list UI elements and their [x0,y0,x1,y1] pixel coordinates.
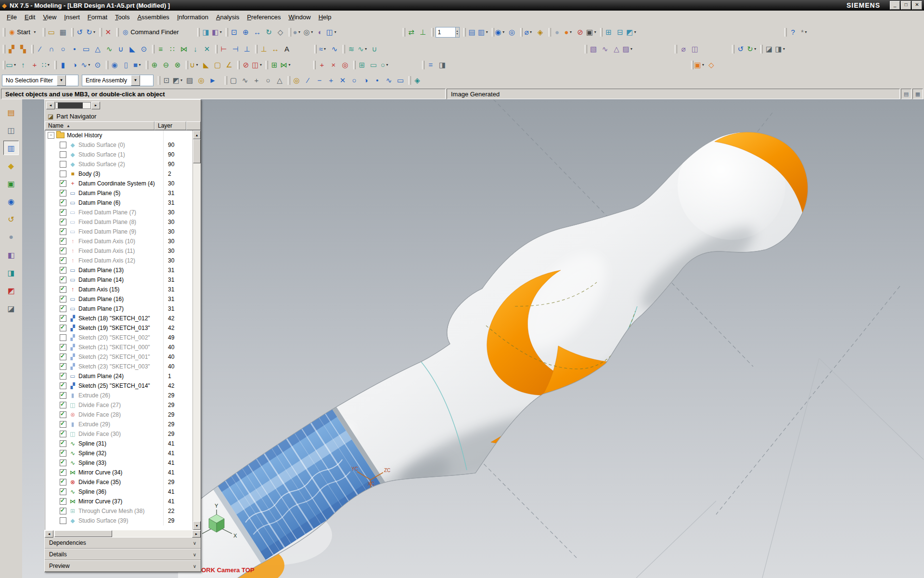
tree-item[interactable]: ◫Divide Face (27)29 [45,400,193,410]
pan-icon[interactable]: ↔ [252,26,263,38]
offset-curve-icon[interactable]: ≡ [155,43,167,55]
unite-icon[interactable]: ⊕ [149,59,160,71]
zoom-icon[interactable]: ⊕ [240,26,252,38]
update-display-icon[interactable]: ↻▾ [746,43,758,55]
scroll-right-icon[interactable]: ► [192,530,201,538]
layer-visible-icon[interactable]: ▤ [466,26,478,38]
arc-icon[interactable]: ∩ [46,43,57,55]
pad-icon[interactable]: ■▾ [132,59,143,71]
visibility-checkbox[interactable] [60,276,66,283]
section-details[interactable]: Details∨ [45,549,201,560]
chamfer-curve-icon[interactable]: ◣ [127,43,138,55]
tree-item[interactable]: ▭Datum Plane (5)31 [45,188,193,198]
pick-filter-icon[interactable]: ◎ [195,75,207,86]
shell-icon[interactable]: ▢ [212,59,223,71]
slider-left-icon[interactable]: ◄ [46,102,55,109]
chevron-down-icon[interactable]: ▼ [131,75,140,86]
curvature-graph-icon[interactable]: ∿ [599,43,611,55]
visibility-checkbox[interactable] [60,488,66,495]
menu-item-information[interactable]: Information [173,12,212,22]
edge-blend-icon[interactable]: ∪▾ [189,59,200,71]
datum-axis-tool-icon[interactable]: ↑ [17,59,29,71]
wcs-display-icon[interactable]: ◎ [339,59,351,71]
screenshot-icon[interactable]: ◨ [200,26,212,38]
reflection-analysis-icon[interactable]: ▧ [588,43,599,55]
menu-item-format[interactable]: Format [84,12,111,22]
wcs-orient-icon[interactable]: × [328,59,339,71]
assembly-constraints-icon[interactable]: ⊥ [417,26,429,38]
render-ball-icon[interactable]: ●▾ [563,26,575,38]
visibility-checkbox[interactable] [60,411,66,418]
deviation-gauge-icon[interactable]: ⌀ [678,43,689,55]
tree-item[interactable]: ⊗Divide Face (35)29 [45,477,193,487]
polygon-select-icon[interactable]: △ [274,75,285,86]
menu-item-window[interactable]: Window [284,12,314,22]
circle-icon[interactable]: ○ [57,43,69,55]
snap-settings-icon[interactable]: ◈ [411,75,423,86]
tree-item[interactable]: ▭Datum Plane (6)31 [45,198,193,208]
intersection-point-icon[interactable]: ✕ [337,75,348,86]
studio-spline-icon[interactable]: ∿ [103,43,115,55]
selection-scope-dropdown[interactable]: Entire Assembly ▼ [82,75,154,86]
line-icon[interactable]: ∕ [34,43,46,55]
visibility-checkbox[interactable] [60,228,66,235]
web-browser-icon[interactable]: ◉ [3,194,19,209]
horizontal-scrollbar[interactable]: ◄ ► [45,530,201,537]
tree-item[interactable]: ▞Sketch (22) "SKETCH_001"40 [45,352,193,362]
part-navigator-icon[interactable]: ▥ [3,141,19,155]
expander-icon[interactable]: − [48,132,54,139]
lasso-select-icon[interactable]: ∿ [239,75,251,86]
fit-view-icon[interactable]: ⊡ [229,26,240,38]
ellipse-icon[interactable]: ⊙ [138,43,150,55]
tree-item[interactable]: ■Body (3)2 [45,169,193,179]
visibility-checkbox[interactable] [60,209,66,216]
dimensions-icon[interactable]: ↔ [270,43,281,55]
section-view-icon[interactable]: ◫▾ [326,26,338,38]
visual-effects-icon[interactable]: ◨▾ [775,43,786,55]
redo-icon[interactable]: ↻▾ [86,26,97,38]
tree-item[interactable]: ▭Fixed Datum Plane (8)30 [45,217,193,227]
tree-item[interactable]: ▭Fixed Datum Plane (9)30 [45,227,193,236]
system-scenes-icon[interactable]: ◪ [3,301,19,315]
save-icon[interactable]: ▦ [57,26,69,38]
status-tile-icon[interactable]: ▤ [901,89,911,99]
visibility-checkbox[interactable] [60,460,66,466]
polygon-icon[interactable]: △ [92,43,103,55]
task-environment-sketch-icon[interactable]: ▞ [6,43,17,55]
assembly-navigator-icon[interactable]: ▤ [3,105,19,119]
visibility-checkbox[interactable] [60,248,66,254]
visibility-checkbox[interactable] [60,199,66,206]
menu-item-tools[interactable]: Tools [111,12,133,22]
wcs-dynamics-icon[interactable]: + [316,59,328,71]
trim-body-icon[interactable]: ⊘ [240,59,252,71]
optimize-face-icon[interactable]: ◇ [706,59,717,71]
menu-item-edit[interactable]: Edit [21,12,39,22]
control-point-icon[interactable]: + [325,75,337,86]
menu-item-help[interactable]: Help [315,12,335,22]
select-backdrop-icon[interactable]: ▨ [184,75,195,86]
highlight-lines-icon[interactable]: ▨▾ [622,43,634,55]
scroll-left-icon[interactable]: ◄ [45,530,53,538]
tree-item[interactable]: ∿Spline (36)41 [45,487,193,497]
tree-item[interactable]: ▭Datum Plane (24)1 [45,371,193,381]
tree-item[interactable]: ◆Studio Surface (39)29 [45,516,193,525]
snapshot-icon[interactable]: ◨ [436,59,448,71]
perspective-icon[interactable]: ◇ [275,26,286,38]
edit-curve-icon[interactable]: ≈▾ [317,43,329,55]
project-curve-icon[interactable]: ↓ [190,43,201,55]
selection-filter-dropdown[interactable]: No Selection Filter ▼ [2,75,78,86]
menu-item-file[interactable]: File [3,12,21,22]
tree-item[interactable]: +Datum Coordinate System (4)30 [45,179,193,188]
blend-surface-icon[interactable]: ∪ [369,43,380,55]
minimize-button[interactable]: _ [890,1,900,10]
visibility-checkbox[interactable] [60,344,66,351]
menu-item-analysis[interactable]: Analysis [212,12,243,22]
swept-surface-icon[interactable]: ∿▾ [357,43,369,55]
visibility-checkbox[interactable] [60,363,66,370]
constraints-icon[interactable]: ⊥ [258,43,270,55]
point-set-icon[interactable]: ∷▾ [40,59,52,71]
hole-icon[interactable]: ◉ [109,59,120,71]
reuse-library-icon[interactable]: ◆ [3,158,19,173]
menu-item-insert[interactable]: Insert [60,12,84,22]
open-icon[interactable]: ▭ [46,26,57,38]
